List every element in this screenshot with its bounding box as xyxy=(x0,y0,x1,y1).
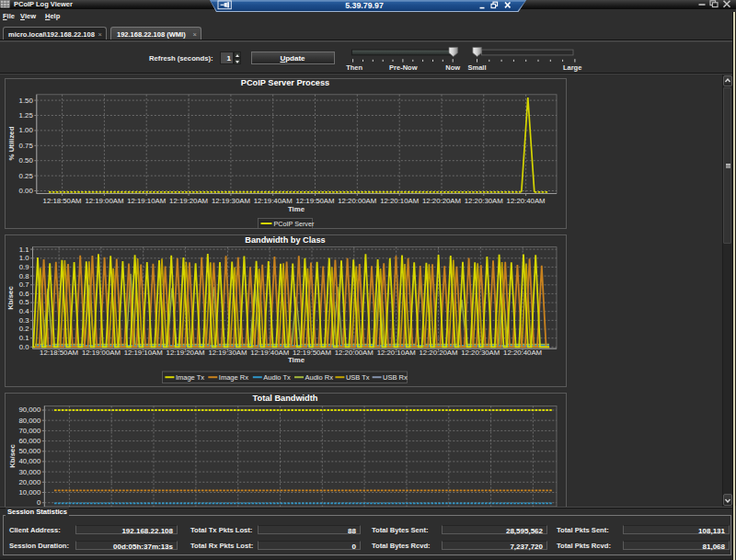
svg-text:90,000: 90,000 xyxy=(18,406,41,414)
svg-text:12:20:10AM: 12:20:10AM xyxy=(380,197,419,205)
svg-text:0.7: 0.7 xyxy=(19,280,29,289)
svg-text:5.39.79.97: 5.39.79.97 xyxy=(345,1,384,10)
svg-text:Kb/sec: Kb/sec xyxy=(8,444,17,468)
svg-text:0.0: 0.0 xyxy=(19,343,30,351)
svg-text:12:18:50AM: 12:18:50AM xyxy=(43,197,82,205)
svg-text:12:20:30AM: 12:20:30AM xyxy=(465,197,503,205)
svg-text:Small: Small xyxy=(467,63,486,72)
svg-text:12:20:20AM: 12:20:20AM xyxy=(422,197,461,205)
svg-text:12:20:20AM: 12:20:20AM xyxy=(419,349,457,357)
svg-text:12:19:20AM: 12:19:20AM xyxy=(167,349,205,357)
svg-text:% Utilized: % Utilized xyxy=(7,126,16,160)
svg-text:12:19:00AM: 12:19:00AM xyxy=(85,197,123,205)
svg-text:20,000: 20,000 xyxy=(18,478,41,486)
svg-text:12:20:00AM: 12:20:00AM xyxy=(335,349,374,357)
svg-text:30,000: 30,000 xyxy=(18,468,41,476)
svg-text:0.6: 0.6 xyxy=(19,290,29,298)
svg-text:12:20:40AM: 12:20:40AM xyxy=(507,197,546,205)
svg-text:12:19:20AM: 12:19:20AM xyxy=(169,197,208,205)
svg-text:Total Bandwidth: Total Bandwidth xyxy=(253,394,318,403)
svg-text:1.25: 1.25 xyxy=(19,111,34,120)
svg-text:60,000: 60,000 xyxy=(18,437,41,445)
svg-text:12:19:10AM: 12:19:10AM xyxy=(124,349,163,357)
svg-text:Time: Time xyxy=(288,205,305,213)
svg-text:12:20:30AM: 12:20:30AM xyxy=(461,349,500,357)
svg-text:0.3: 0.3 xyxy=(19,316,29,325)
svg-text:0.50: 0.50 xyxy=(19,156,34,165)
svg-text:1.50: 1.50 xyxy=(19,97,34,105)
svg-text:12:18:50AM: 12:18:50AM xyxy=(40,349,78,357)
svg-text:0.8: 0.8 xyxy=(19,272,29,280)
svg-text:Then: Then xyxy=(346,63,362,72)
svg-text:10,000: 10,000 xyxy=(18,488,41,497)
svg-text:0.2: 0.2 xyxy=(19,325,29,333)
svg-text:0.5: 0.5 xyxy=(19,298,30,306)
svg-text:1.1: 1.1 xyxy=(19,246,29,254)
svg-text:0.4: 0.4 xyxy=(19,307,30,315)
svg-text:80,000: 80,000 xyxy=(18,417,41,425)
svg-text:0.00: 0.00 xyxy=(19,187,34,195)
svg-text:1.00: 1.00 xyxy=(19,126,34,134)
svg-text:12:20:40AM: 12:20:40AM xyxy=(503,349,542,357)
svg-text:USB Tx: USB Tx xyxy=(346,373,370,382)
svg-text:12:19:50AM: 12:19:50AM xyxy=(295,197,334,205)
svg-text:12:19:40AM: 12:19:40AM xyxy=(250,349,289,357)
svg-text:Time: Time xyxy=(288,356,305,364)
svg-text:0.9: 0.9 xyxy=(19,263,29,271)
svg-text:1.0: 1.0 xyxy=(19,254,30,262)
svg-text:0: 0 xyxy=(37,498,41,507)
svg-text:0.25: 0.25 xyxy=(19,172,34,180)
svg-text:0.75: 0.75 xyxy=(19,142,34,150)
svg-text:12:19:00AM: 12:19:00AM xyxy=(82,349,121,357)
svg-text:Bandwidth by Class: Bandwidth by Class xyxy=(245,235,325,245)
svg-text:Pre-Now: Pre-Now xyxy=(389,63,418,72)
svg-text:12:19:30AM: 12:19:30AM xyxy=(212,197,250,205)
svg-text:50,000: 50,000 xyxy=(18,447,41,455)
svg-text:12:19:10AM: 12:19:10AM xyxy=(127,197,166,205)
svg-text:PCoIP Server Process: PCoIP Server Process xyxy=(241,78,329,87)
svg-text:Large: Large xyxy=(562,63,581,72)
svg-text:Kb/sec: Kb/sec xyxy=(6,286,15,310)
svg-text:Image Rx: Image Rx xyxy=(219,373,248,382)
svg-text:Audio Tx: Audio Tx xyxy=(263,373,291,382)
svg-text:USB Rx: USB Rx xyxy=(383,373,408,382)
svg-text:40,000: 40,000 xyxy=(18,457,41,465)
svg-text:Audio Rx: Audio Rx xyxy=(305,373,334,382)
svg-text:0.1: 0.1 xyxy=(19,334,29,342)
svg-text:PCoIP Server: PCoIP Server xyxy=(274,220,315,228)
svg-text:Image Tx: Image Tx xyxy=(176,373,204,382)
svg-text:PCoIP Log Viewer: PCoIP Log Viewer xyxy=(14,0,73,8)
svg-text:70,000: 70,000 xyxy=(18,427,41,435)
svg-text:12:20:10AM: 12:20:10AM xyxy=(377,349,416,357)
svg-text:Now: Now xyxy=(445,63,460,72)
svg-text:12:19:30AM: 12:19:30AM xyxy=(208,349,247,357)
svg-text:12:20:00AM: 12:20:00AM xyxy=(338,197,376,205)
svg-text:12:19:40AM: 12:19:40AM xyxy=(254,197,293,205)
